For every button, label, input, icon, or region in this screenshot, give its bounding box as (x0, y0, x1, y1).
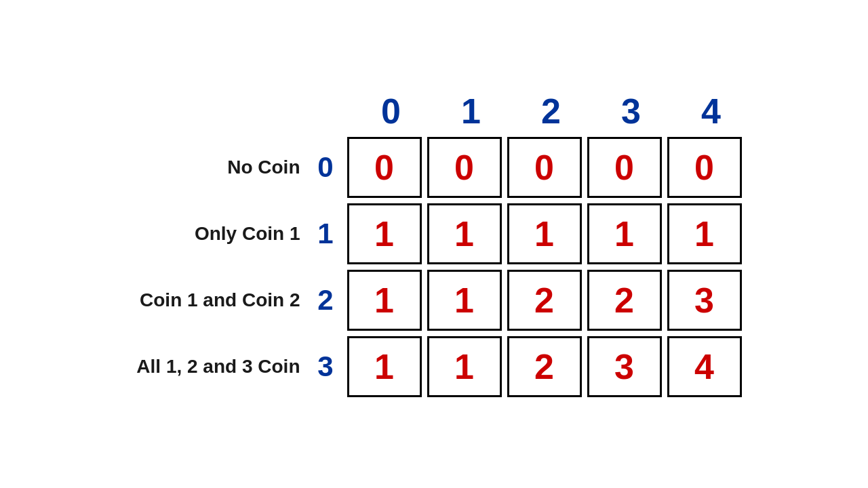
cell-1-4: 1 (667, 203, 742, 264)
cell-2-0: 1 (347, 270, 422, 331)
row-index-2: 2 (307, 284, 344, 317)
table-row-0: No Coin 0 0 0 0 0 0 (117, 134, 745, 201)
row-label-3: All 1, 2 and 3 Coin (117, 356, 307, 378)
cell-1-2: 1 (507, 203, 582, 264)
table-row-2: Coin 1 and Coin 2 2 1 1 2 2 3 (117, 267, 745, 333)
row-index-3: 3 (307, 350, 344, 383)
row-index-0: 0 (307, 151, 344, 184)
row-label-1: Only Coin 1 (117, 223, 307, 245)
cell-1-3: 1 (587, 203, 662, 264)
cell-0-3: 0 (587, 137, 662, 198)
col-header-3: 3 (594, 91, 669, 131)
cell-0-4: 0 (667, 137, 742, 198)
cell-3-2: 2 (507, 336, 582, 397)
cell-0-0: 0 (347, 137, 422, 198)
table-row-1: Only Coin 1 1 1 1 1 1 1 (117, 201, 745, 267)
cell-1-0: 1 (347, 203, 422, 264)
col-header-4: 4 (674, 91, 749, 131)
cell-1-1: 1 (427, 203, 502, 264)
cell-3-1: 1 (427, 336, 502, 397)
cell-3-3: 3 (587, 336, 662, 397)
row-index-1: 1 (307, 218, 344, 250)
dp-table: 0 1 2 3 4 No Coin 0 0 0 0 0 0 Only Coin … (117, 88, 751, 400)
col-header-2: 2 (514, 91, 589, 131)
cell-2-4: 3 (667, 270, 742, 331)
header-row: 0 1 2 3 4 (117, 88, 751, 134)
cell-0-1: 0 (427, 137, 502, 198)
cell-3-4: 4 (667, 336, 742, 397)
cell-3-0: 1 (347, 336, 422, 397)
row-label-0: No Coin (117, 157, 307, 178)
cell-2-2: 2 (507, 270, 582, 331)
cell-0-2: 0 (507, 137, 582, 198)
col-header-1: 1 (434, 91, 509, 131)
col-header-0: 0 (354, 91, 429, 131)
table-row-3: All 1, 2 and 3 Coin 3 1 1 2 3 4 (117, 333, 745, 400)
cell-2-1: 1 (427, 270, 502, 331)
row-label-2: Coin 1 and Coin 2 (117, 289, 307, 311)
cell-2-3: 2 (587, 270, 662, 331)
